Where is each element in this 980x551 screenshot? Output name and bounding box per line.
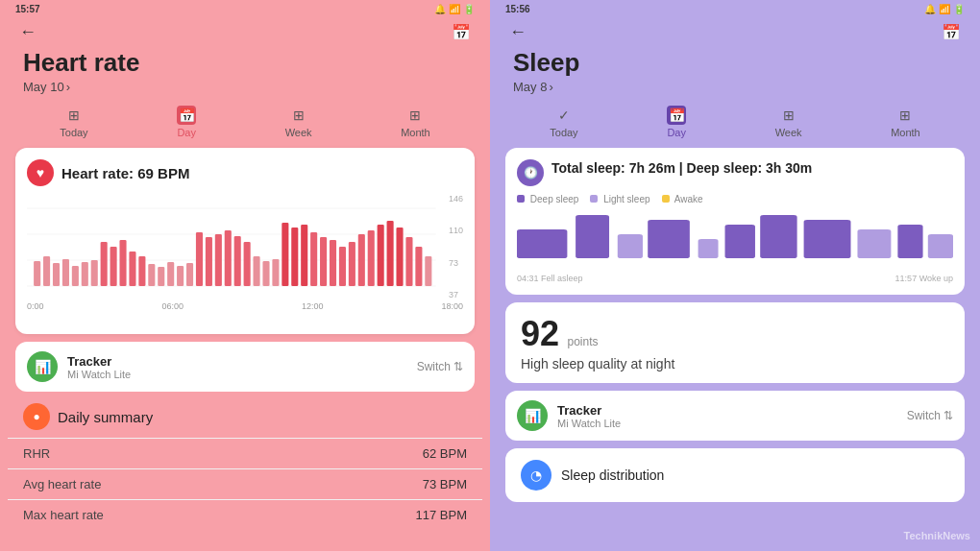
left-tracker-card: 📊 Tracker Mi Watch Lite Switch ⇅ <box>15 342 475 392</box>
right-tab-today-icon: ✓ <box>554 106 574 125</box>
left-tab-today[interactable]: ⊞ Today <box>52 104 95 140</box>
right-tracker-icon: 📊 <box>517 400 548 431</box>
svg-rect-30 <box>282 223 288 286</box>
heart-rate-header: ♥ Heart rate: 69 BPM <box>27 159 463 186</box>
svg-rect-43 <box>405 237 412 286</box>
heart-rate-chart: 146 110 73 37 0:00 06:00 12:00 18:00 <box>27 194 463 319</box>
left-switch-button[interactable]: Switch ⇅ <box>417 360 463 373</box>
svg-rect-10 <box>91 260 98 286</box>
right-tracker-info: Tracker Mi Watch Lite <box>557 403 897 429</box>
daily-summary-label: Daily summary <box>58 409 153 425</box>
svg-rect-26 <box>244 242 251 286</box>
left-status-icons: 🔔 📶 🔋 <box>434 4 475 14</box>
right-tab-month[interactable]: ⊞ Month <box>883 104 928 140</box>
left-tracker-info: Tracker Mi Watch Lite <box>67 354 407 380</box>
svg-rect-51 <box>725 225 755 258</box>
right-tracker-name: Tracker <box>557 403 897 418</box>
legend-deep-sleep: Deep sleep <box>517 194 578 204</box>
svg-rect-21 <box>196 232 203 286</box>
right-tab-day[interactable]: 📅 Day <box>659 104 694 140</box>
svg-rect-36 <box>339 247 346 286</box>
svg-rect-6 <box>53 263 60 286</box>
right-phone: 15:56 🔔 📶 🔋 ← 📅 Sleep May 8 › ✓ Today 📅 … <box>490 0 980 551</box>
left-time: 15:57 <box>15 4 40 14</box>
svg-rect-49 <box>648 220 690 258</box>
svg-rect-40 <box>378 225 384 286</box>
heart-rate-card: ♥ Heart rate: 69 BPM <box>15 148 475 334</box>
svg-rect-14 <box>129 252 135 286</box>
right-page-subtitle: May 8 › <box>498 78 972 100</box>
svg-rect-42 <box>396 228 403 286</box>
legend-awake-dot <box>662 195 670 203</box>
svg-rect-8 <box>72 266 79 286</box>
distribution-icon: ◔ <box>521 460 551 491</box>
svg-rect-56 <box>928 234 953 258</box>
svg-rect-19 <box>177 266 184 286</box>
watermark: TechnikNews <box>904 530 971 541</box>
right-subtitle-arrow: › <box>549 80 552 94</box>
stat-rhr-label: RHR <box>23 446 50 461</box>
left-tracker-name: Tracker <box>67 354 407 369</box>
svg-rect-9 <box>82 262 88 286</box>
sleep-distribution-card[interactable]: ◔ Sleep distribution <box>505 448 965 502</box>
sleep-clock-icon: 🕐 <box>517 159 544 186</box>
svg-rect-45 <box>425 256 431 286</box>
svg-rect-41 <box>387 221 394 286</box>
svg-rect-15 <box>138 256 145 286</box>
svg-rect-5 <box>43 256 50 286</box>
right-status-bar: 15:56 🔔 📶 🔋 <box>498 0 972 18</box>
left-subtitle-arrow: › <box>66 80 70 94</box>
right-tab-month-icon: ⊞ <box>895 106 915 125</box>
daily-summary-row: ● Daily summary <box>8 395 482 438</box>
left-tab-day[interactable]: 📅 Day <box>169 104 204 140</box>
right-tab-week[interactable]: ⊞ Week <box>768 104 810 140</box>
left-calendar-icon[interactable]: 📅 <box>452 23 471 41</box>
svg-rect-28 <box>262 261 269 286</box>
svg-rect-32 <box>301 225 307 286</box>
sleep-chart-svg <box>517 210 953 268</box>
svg-rect-16 <box>148 264 155 286</box>
score-number: 92 <box>521 314 559 353</box>
svg-rect-48 <box>618 234 643 258</box>
sleep-score-card: 92 points High sleep quality at night <box>505 302 965 383</box>
svg-rect-11 <box>101 242 108 286</box>
stat-max-hr: Max heart rate 117 BPM <box>8 499 482 530</box>
left-tracker-device: Mi Watch Lite <box>67 369 407 380</box>
left-back-button[interactable]: ← <box>19 22 37 42</box>
right-tab-day-icon: 📅 <box>667 106 686 125</box>
stat-rhr-value: 62 BPM <box>423 446 467 461</box>
left-tab-week-icon: ⊞ <box>289 106 308 125</box>
sleep-summary-card: 🕐 Total sleep: 7h 26m | Deep sleep: 3h 3… <box>505 148 965 295</box>
score-unit: points <box>568 335 599 348</box>
stat-rhr: RHR 62 BPM <box>8 438 482 468</box>
heart-rate-value: Heart rate: 69 BPM <box>61 165 189 181</box>
right-back-button[interactable]: ← <box>509 22 527 42</box>
right-switch-arrows: ⇅ <box>943 409 953 422</box>
legend-light-sleep: Light sleep <box>590 194 649 204</box>
stat-avg-hr-value: 73 BPM <box>423 477 467 491</box>
svg-rect-18 <box>167 262 174 286</box>
right-time: 15:56 <box>505 4 530 14</box>
left-tab-month[interactable]: ⊞ Month <box>393 104 438 140</box>
svg-rect-50 <box>698 239 719 258</box>
heart-icon: ♥ <box>27 159 54 186</box>
right-calendar-icon[interactable]: 📅 <box>942 23 961 41</box>
heart-rate-chart-svg <box>27 194 463 299</box>
left-tab-month-icon: ⊞ <box>405 106 425 125</box>
stat-avg-hr: Avg heart rate 73 BPM <box>8 468 482 499</box>
svg-rect-22 <box>206 237 212 286</box>
right-switch-button[interactable]: Switch ⇅ <box>907 409 953 422</box>
right-tab-week-icon: ⊞ <box>779 106 798 125</box>
svg-rect-20 <box>186 263 193 286</box>
left-page-title: Heart rate <box>8 46 482 78</box>
left-tab-week[interactable]: ⊞ Week <box>278 104 320 140</box>
svg-rect-54 <box>857 229 891 258</box>
svg-rect-27 <box>254 256 260 286</box>
stat-max-hr-value: 117 BPM <box>416 508 467 522</box>
stat-avg-hr-label: Avg heart rate <box>23 477 101 491</box>
right-tab-today[interactable]: ✓ Today <box>542 104 585 140</box>
right-tracker-device: Mi Watch Lite <box>557 418 897 429</box>
sleep-total-text: Total sleep: 7h 26m | Deep sleep: 3h 30m <box>551 159 812 179</box>
left-tab-bar: ⊞ Today 📅 Day ⊞ Week ⊞ Month <box>8 100 482 144</box>
right-nav-bar: ← 📅 <box>498 18 972 46</box>
